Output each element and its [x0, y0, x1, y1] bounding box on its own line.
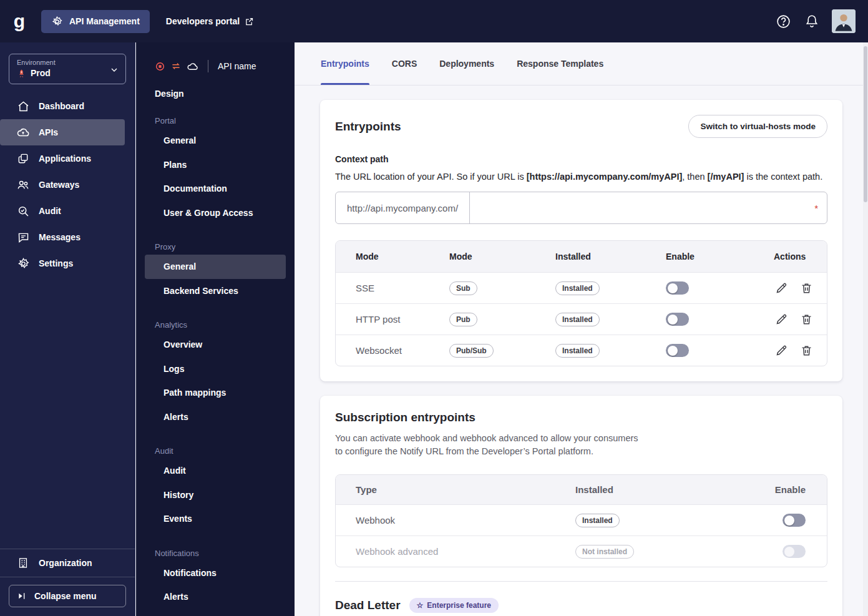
menu-item-portal-general[interactable]: General	[136, 129, 295, 153]
header-installed: Installed	[535, 252, 646, 262]
context-path-input-group: http://api.mycompany.com/ *	[335, 192, 827, 224]
entrypoint-row-websocket: Websocket Pub/Sub Installed	[336, 335, 827, 366]
section-title-portal: Portal	[136, 114, 295, 129]
subscription-type: Webhook	[336, 515, 555, 526]
sidebar-item-label: Settings	[39, 258, 73, 268]
menu-item-path-mappings[interactable]: Path mappings	[136, 381, 295, 405]
collapse-menu-button[interactable]: Collapse menu	[9, 585, 126, 607]
api-sidebar: API name Design Portal General Plans Doc…	[136, 42, 295, 616]
developers-portal-link[interactable]: Developers portal	[166, 16, 254, 26]
menu-item-analytics-alerts[interactable]: Alerts	[136, 405, 295, 429]
sidebar-item-messages[interactable]: Messages	[0, 224, 135, 250]
enable-toggle[interactable]	[783, 514, 806, 527]
entrypoints-table: Mode Mode Installed Enable Actions SSE S…	[335, 240, 827, 366]
subscription-description: You can activate webhook and webhook adv…	[335, 432, 827, 458]
cloud-status-icon	[187, 61, 198, 72]
app-switcher-button[interactable]: API Management	[41, 10, 150, 33]
tab-response-templates[interactable]: Response Templates	[517, 42, 603, 85]
edit-button[interactable]	[774, 281, 789, 296]
section-title-proxy: Proxy	[136, 240, 295, 255]
sidebar-item-applications[interactable]: Applications	[0, 145, 135, 172]
notifications-button[interactable]	[803, 12, 821, 30]
menu-item-proxy-general[interactable]: General	[145, 255, 286, 279]
sidebar-item-organization[interactable]: Organization	[0, 549, 135, 577]
tab-bar: Entrypoints CORS Deployments Response Te…	[295, 42, 868, 86]
out-of-sync-icon	[170, 61, 182, 72]
header-enable: Enable	[733, 484, 827, 495]
scrollbar[interactable]	[863, 42, 868, 616]
delete-button[interactable]	[799, 343, 814, 358]
menu-item-logs[interactable]: Logs	[136, 357, 295, 381]
switch-virtual-hosts-button[interactable]: Switch to virtual-hosts mode	[688, 115, 827, 138]
required-asterisk: *	[814, 203, 827, 213]
entrypoint-name: HTTP post	[336, 314, 429, 325]
sidebar-item-label: APIs	[39, 127, 58, 137]
api-name-label: API name	[218, 61, 256, 71]
sidebar-footer: Organization Collapse menu	[0, 549, 135, 616]
subscription-row-webhook-advanced: Webhook advanced Not installed	[336, 535, 827, 567]
tab-entrypoints[interactable]: Entrypoints	[321, 42, 369, 85]
subscription-entrypoints-card: Subscription entrypoints You can activat…	[320, 396, 842, 616]
search-check-icon	[16, 204, 30, 218]
sidebar-item-apis[interactable]: APIs	[0, 119, 125, 145]
enable-toggle[interactable]	[666, 281, 689, 295]
menu-item-backend-services[interactable]: Backend Services	[136, 279, 295, 303]
tab-deployments[interactable]: Deployments	[439, 42, 494, 85]
menu-item-notification-alerts[interactable]: Alerts	[136, 585, 295, 609]
menu-item-plans[interactable]: Plans	[136, 153, 295, 177]
external-link-icon	[245, 17, 254, 26]
context-path-input[interactable]	[470, 192, 814, 223]
mode-chip: Pub	[449, 313, 477, 326]
section-title-audit: Audit	[136, 444, 295, 459]
menu-item-events[interactable]: Events	[136, 507, 295, 531]
dead-letter-header: Dead Letter ☆ Enterprise feature	[335, 598, 827, 613]
table-header-row: Type Installed Enable	[336, 475, 827, 504]
environment-selector[interactable]: Environment Prod	[9, 54, 126, 84]
menu-item-overview[interactable]: Overview	[136, 333, 295, 357]
gravitee-logo[interactable]: g	[5, 11, 34, 32]
menu-item-notifications[interactable]: Notifications	[136, 561, 295, 585]
sidebar-item-gateways[interactable]: Gateways	[0, 172, 135, 198]
edit-button[interactable]	[774, 312, 789, 327]
sidebar-item-audit[interactable]: Audit	[0, 198, 135, 224]
sidebar-item-dashboard[interactable]: Dashboard	[0, 93, 135, 119]
subscription-title: Subscription entrypoints	[335, 411, 827, 424]
enable-toggle[interactable]	[666, 344, 689, 357]
users-icon	[16, 178, 30, 192]
app-title: API Management	[69, 16, 140, 26]
header-actions: Actions	[754, 252, 827, 262]
topbar-actions	[774, 9, 868, 33]
entrypoint-name: SSE	[336, 283, 429, 293]
edit-button[interactable]	[774, 343, 789, 358]
context-path-description: The URL location of your API. So if your…	[335, 172, 827, 182]
description-line: You can activate webhook and webhook adv…	[335, 432, 827, 445]
topbar: g API Management Developers portal	[0, 0, 868, 42]
enable-toggle[interactable]	[666, 313, 689, 326]
menu-item-user-group-access[interactable]: User & Group Access	[136, 201, 295, 225]
tab-cors[interactable]: CORS	[392, 42, 417, 85]
sidebar-item-label: Gateways	[39, 180, 79, 190]
scrollbar-thumb[interactable]	[864, 46, 867, 202]
entrypoints-card: Entrypoints Switch to virtual-hosts mode…	[320, 100, 842, 381]
menu-item-history[interactable]: History	[136, 483, 295, 507]
help-button[interactable]	[774, 12, 792, 30]
user-avatar[interactable]	[832, 9, 856, 33]
header-mode: Mode	[336, 252, 429, 262]
gear-icon	[16, 257, 30, 270]
sidebar-item-settings[interactable]: Settings	[0, 250, 135, 276]
help-icon	[776, 14, 791, 29]
menu-item-design[interactable]: Design	[136, 72, 295, 99]
input-prefix: http://api.mycompany.com/	[336, 203, 469, 213]
enable-toggle-disabled	[783, 545, 806, 558]
building-icon	[16, 556, 30, 570]
description-path: [/myAPI]	[708, 172, 744, 182]
delete-button[interactable]	[799, 281, 814, 296]
menu-item-audit[interactable]: Audit	[136, 459, 295, 483]
portal-link-label: Developers portal	[166, 16, 240, 26]
sidebar-item-label: Dashboard	[39, 101, 84, 111]
delete-button[interactable]	[799, 312, 814, 327]
installed-chip: Installed	[555, 344, 600, 358]
api-header: API name	[136, 42, 295, 72]
installed-chip: Installed	[575, 514, 620, 527]
menu-item-documentation[interactable]: Documentation	[136, 177, 295, 201]
